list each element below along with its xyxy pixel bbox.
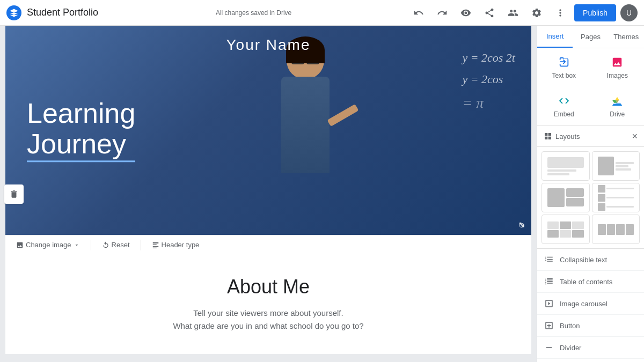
left-toolbar bbox=[4, 184, 24, 204]
about-desc-1: Tell your site viewers more about yourse… bbox=[38, 307, 499, 320]
insert-drive-button[interactable]: Drive bbox=[591, 87, 645, 125]
text-cursor-icon bbox=[558, 56, 570, 68]
resize-handle[interactable] bbox=[516, 220, 527, 231]
chevron-down-icon bbox=[74, 242, 80, 248]
canvas-area: y = 2cos 2t y = 2cos = π bbox=[0, 26, 537, 362]
insert-image-carousel[interactable]: Image carousel bbox=[537, 293, 644, 315]
divider-icon bbox=[544, 342, 554, 353]
app-logo bbox=[6, 5, 21, 20]
header-type-button[interactable]: Header type bbox=[148, 239, 204, 251]
embed-icon bbox=[558, 95, 570, 107]
layouts-header: Layouts × bbox=[537, 126, 644, 147]
resize-icon bbox=[517, 221, 526, 230]
image-icon bbox=[611, 56, 623, 68]
redo-button[interactable] bbox=[433, 3, 452, 23]
save-status: All changes saved in Drive bbox=[216, 9, 291, 17]
hero-student-figure bbox=[174, 26, 437, 235]
layout-card-4[interactable] bbox=[592, 183, 640, 212]
layouts-grid bbox=[537, 147, 644, 249]
text-box-icon bbox=[558, 56, 570, 69]
delete-button[interactable] bbox=[4, 184, 24, 204]
images-icon bbox=[611, 56, 624, 69]
layouts-header-left: Layouts bbox=[544, 132, 580, 141]
button-rect-icon bbox=[544, 321, 554, 330]
embed-label: Embed bbox=[554, 110, 574, 118]
layout-card-2[interactable] bbox=[592, 151, 640, 181]
undo-icon bbox=[413, 8, 424, 18]
hero-image: y = 2cos 2t y = 2cos = π bbox=[5, 26, 531, 235]
collaborators-icon bbox=[508, 8, 518, 18]
embed-icon-display bbox=[558, 94, 570, 107]
change-image-icon bbox=[16, 241, 24, 249]
panel-tabs: Insert Pages Themes bbox=[537, 26, 644, 48]
insert-button[interactable]: Button bbox=[537, 315, 644, 337]
text-box-label: Text box bbox=[552, 72, 576, 79]
slideshow-icon bbox=[544, 299, 554, 308]
user-avatar[interactable]: U bbox=[620, 4, 638, 21]
topbar: Student Portfolio All changes saved in D… bbox=[0, 0, 644, 26]
layout-card-3[interactable] bbox=[541, 183, 590, 212]
reset-button[interactable]: Reset bbox=[98, 239, 134, 251]
button-icon bbox=[544, 320, 554, 331]
sites-logo-icon bbox=[9, 8, 19, 18]
tab-pages[interactable]: Pages bbox=[573, 26, 608, 48]
header-type-icon bbox=[152, 241, 159, 249]
about-title: About Me bbox=[38, 276, 499, 298]
insert-collapsible-text[interactable]: Collapsible text bbox=[537, 249, 644, 271]
more-icon bbox=[555, 8, 566, 18]
share-button[interactable] bbox=[480, 3, 499, 23]
insert-table-of-contents[interactable]: Table of contents bbox=[537, 271, 644, 293]
insert-embed-button[interactable]: Embed bbox=[537, 87, 591, 125]
tab-themes[interactable]: Themes bbox=[609, 26, 644, 48]
tab-insert[interactable]: Insert bbox=[537, 26, 573, 48]
document-title: Student Portfolio bbox=[27, 7, 98, 18]
drive-label: Drive bbox=[610, 110, 625, 118]
collapsible-text-icon bbox=[544, 254, 554, 265]
preview-button[interactable] bbox=[456, 3, 475, 23]
about-desc-2: What grade are you in and what school do… bbox=[38, 320, 499, 333]
insert-items-grid: Text box Images bbox=[537, 48, 644, 126]
insert-divider[interactable]: Divider bbox=[537, 337, 644, 359]
list-icon bbox=[544, 255, 554, 264]
change-image-button[interactable]: Change image bbox=[12, 239, 84, 251]
layout-card-6[interactable] bbox=[592, 215, 640, 244]
layouts-close-button[interactable]: × bbox=[632, 131, 638, 141]
redo-icon bbox=[437, 8, 448, 18]
undo-button[interactable] bbox=[409, 3, 428, 23]
right-panel: Insert Pages Themes Text box bbox=[537, 26, 644, 362]
toolbar-separator bbox=[91, 240, 91, 250]
hero-name[interactable]: Your Name bbox=[226, 36, 310, 54]
collaborators-button[interactable] bbox=[503, 3, 523, 23]
toolbar-separator-2 bbox=[141, 240, 141, 250]
layout-card-1[interactable] bbox=[541, 151, 590, 181]
toc-list-icon bbox=[544, 277, 554, 286]
publish-button[interactable]: Publish bbox=[574, 4, 616, 21]
horizontal-rule-icon bbox=[544, 343, 554, 352]
drive-icon bbox=[611, 95, 623, 107]
drive-icon-display bbox=[611, 94, 624, 107]
about-section: About Me Tell your site viewers more abo… bbox=[5, 254, 531, 354]
reset-icon bbox=[102, 241, 109, 249]
main-layout: y = 2cos 2t y = 2cos = π bbox=[0, 26, 644, 362]
topbar-right: Publish U bbox=[409, 3, 638, 23]
insert-images-button[interactable]: Images bbox=[591, 48, 645, 87]
settings-button[interactable] bbox=[527, 3, 546, 23]
images-label: Images bbox=[607, 72, 628, 79]
layout-card-5[interactable] bbox=[541, 215, 590, 244]
insert-panel: Text box Images bbox=[537, 48, 644, 359]
insert-text-box-button[interactable]: Text box bbox=[537, 48, 591, 87]
topbar-left: Student Portfolio bbox=[6, 5, 98, 20]
share-icon bbox=[484, 8, 495, 18]
layouts-icon bbox=[544, 132, 552, 141]
more-button[interactable] bbox=[551, 3, 570, 23]
collapsible-items-list: Collapsible text Table of contents Image… bbox=[537, 249, 644, 359]
page-content: y = 2cos 2t y = 2cos = π bbox=[5, 26, 531, 354]
math-overlay: y = 2cos 2t y = 2cos = π bbox=[462, 47, 515, 117]
preview-icon bbox=[460, 8, 471, 18]
toc-icon bbox=[544, 276, 554, 287]
hero-section[interactable]: y = 2cos 2t y = 2cos = π bbox=[5, 26, 531, 235]
delete-icon bbox=[9, 189, 19, 199]
settings-icon bbox=[531, 8, 542, 18]
hero-toolbar: Change image Reset Header type bbox=[5, 235, 531, 254]
hero-title: Learning Journey bbox=[27, 98, 135, 162]
